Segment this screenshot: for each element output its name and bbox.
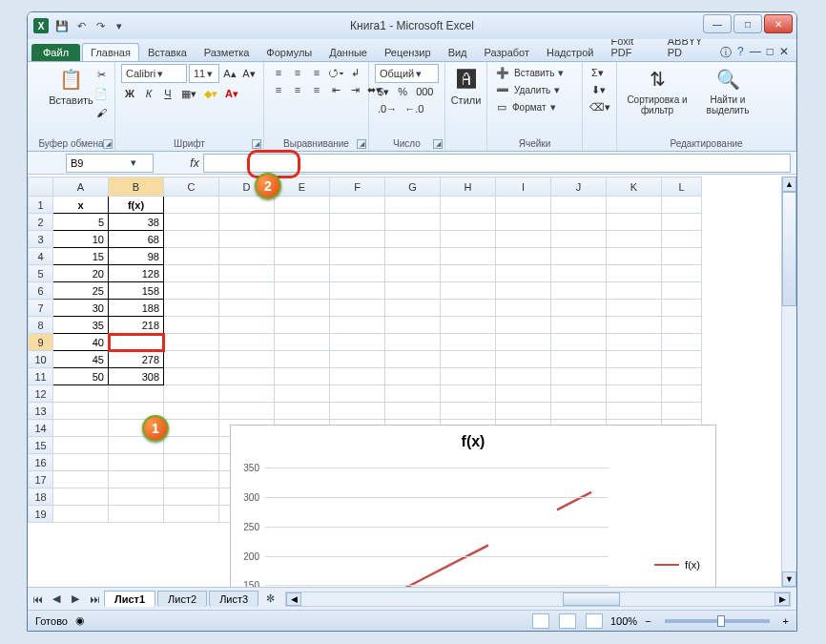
cell-J10[interactable] (551, 351, 607, 368)
row-header-15[interactable]: 15 (29, 437, 53, 454)
cell-J2[interactable] (551, 214, 607, 231)
cell-J8[interactable] (551, 317, 607, 334)
vertical-scrollbar[interactable]: ▲ ▼ (781, 177, 796, 587)
cell-C17[interactable] (164, 471, 219, 488)
cell-I10[interactable] (496, 351, 551, 368)
close-button[interactable]: ✕ (764, 14, 793, 33)
tab-formulas[interactable]: Формулы (258, 43, 320, 61)
format-cells-label[interactable]: Формат (512, 102, 547, 113)
cell-A1[interactable]: x (53, 197, 109, 214)
cell-C10[interactable] (164, 351, 219, 368)
cell-A9[interactable]: 40 (53, 334, 109, 351)
cell-I3[interactable] (496, 231, 551, 248)
col-header-H[interactable]: H (441, 177, 496, 197)
font-name-box[interactable]: Calibri▾ (121, 64, 187, 83)
cell-B19[interactable] (109, 506, 164, 523)
cell-B6[interactable]: 158 (109, 282, 164, 300)
cell-C16[interactable] (164, 454, 219, 471)
cell-K1[interactable] (607, 197, 662, 214)
row-header-13[interactable]: 13 (29, 403, 53, 420)
cell-K5[interactable] (607, 265, 662, 282)
cell-F9[interactable] (330, 334, 385, 351)
zoom-level[interactable]: 100% (610, 615, 637, 627)
new-sheet-icon[interactable]: ✼ (261, 591, 279, 608)
cell-K11[interactable] (607, 368, 662, 385)
cell-F13[interactable] (330, 403, 385, 420)
align-right-icon[interactable]: ≡ (308, 81, 325, 98)
border-button[interactable]: ▦▾ (178, 85, 199, 102)
cell-A10[interactable]: 45 (53, 351, 109, 368)
cell-A2[interactable]: 5 (53, 214, 109, 231)
cell-C7[interactable] (164, 300, 219, 317)
row-header-5[interactable]: 5 (29, 265, 53, 282)
cell-F10[interactable] (330, 351, 385, 368)
row-header-8[interactable]: 8 (29, 317, 53, 334)
cell-D2[interactable] (219, 214, 275, 231)
row-header-16[interactable]: 16 (29, 454, 53, 471)
cell-C9[interactable] (164, 334, 219, 351)
page-layout-view-button[interactable] (559, 613, 576, 629)
cell-A6[interactable]: 25 (53, 282, 109, 300)
cell-C4[interactable] (164, 248, 219, 265)
delete-cells-icon[interactable]: ➖ (493, 81, 512, 98)
row-header-2[interactable]: 2 (29, 214, 53, 231)
cell-J4[interactable] (551, 248, 607, 265)
cell-F3[interactable] (330, 231, 385, 248)
align-bot-icon[interactable]: ≡ (308, 64, 325, 81)
align-top-icon[interactable]: ≡ (270, 64, 287, 81)
cell-D4[interactable] (219, 248, 275, 265)
sheet-tab-2[interactable]: Лист2 (157, 591, 207, 607)
italic-button[interactable]: К (140, 85, 157, 102)
format-cells-icon[interactable]: ▭ (493, 98, 510, 115)
cell-B1[interactable]: f(x) (109, 197, 164, 214)
file-tab[interactable]: Файл (31, 44, 80, 61)
clear-icon[interactable]: ⌫▾ (589, 98, 610, 115)
row-header-9[interactable]: 9 (29, 334, 53, 351)
cell-E13[interactable] (275, 403, 330, 420)
cell-C14[interactable] (164, 420, 219, 437)
cell-F4[interactable] (330, 248, 385, 265)
cell-C6[interactable] (164, 282, 219, 300)
cell-H2[interactable] (441, 214, 496, 231)
cell-E7[interactable] (275, 300, 330, 317)
cell-K3[interactable] (607, 231, 662, 248)
cell-K8[interactable] (607, 317, 662, 334)
cell-H13[interactable] (441, 403, 496, 420)
cell-A14[interactable] (53, 420, 109, 437)
cell-D11[interactable] (219, 368, 275, 385)
cell-H3[interactable] (441, 231, 496, 248)
tab-addins[interactable]: Надстрой (538, 43, 602, 61)
tab-layout[interactable]: Разметка (196, 43, 258, 61)
row-header-18[interactable]: 18 (29, 488, 53, 506)
scroll-left-icon[interactable]: ◀ (286, 592, 301, 606)
cell-K4[interactable] (607, 248, 662, 265)
cell-G13[interactable] (385, 403, 441, 420)
cell-C3[interactable] (164, 231, 219, 248)
cell-I5[interactable] (496, 265, 551, 282)
cell-I8[interactable] (496, 317, 551, 334)
cell-B11[interactable]: 308 (109, 368, 164, 385)
cell-B7[interactable]: 188 (109, 300, 164, 317)
cell-C5[interactable] (164, 265, 219, 282)
page-break-view-button[interactable] (586, 613, 603, 629)
insert-cells-icon[interactable]: ➕ (493, 64, 512, 81)
cell-F7[interactable] (330, 300, 385, 317)
cell-B18[interactable] (109, 488, 164, 506)
row-header-19[interactable]: 19 (29, 506, 53, 523)
row-header-14[interactable]: 14 (29, 420, 53, 437)
cell-D9[interactable] (219, 334, 275, 351)
fill-color-button[interactable]: ◆▾ (201, 85, 220, 102)
row-header-1[interactable]: 1 (29, 197, 53, 214)
sheet-nav-next[interactable]: ▶ (67, 591, 84, 608)
hscroll-thumb[interactable] (563, 592, 620, 606)
cell-L7[interactable] (662, 300, 702, 317)
cell-G10[interactable] (385, 351, 441, 368)
normal-view-button[interactable] (532, 613, 549, 629)
sheet-tab-1[interactable]: Лист1 (104, 591, 155, 607)
cell-A16[interactable] (53, 454, 109, 471)
cell-I2[interactable] (496, 214, 551, 231)
cell-C18[interactable] (164, 488, 219, 506)
font-color-button[interactable]: A▾ (222, 85, 241, 102)
cell-A7[interactable]: 30 (53, 300, 109, 317)
cell-H5[interactable] (441, 265, 496, 282)
